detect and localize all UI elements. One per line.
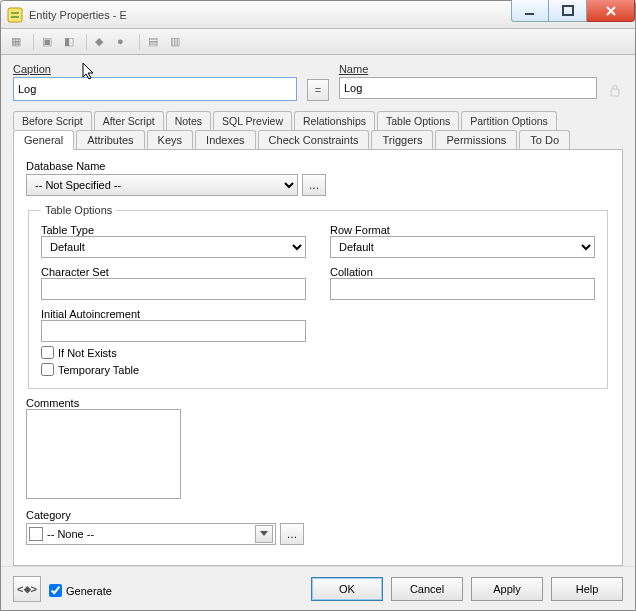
tab-before-script[interactable]: Before Script [13, 111, 92, 130]
content-area: Caption = Name Before ScriptAfter Script… [1, 55, 635, 566]
toolbar-icon[interactable]: ◆ [95, 35, 109, 49]
initial-autoincrement-field: Initial Autoincrement [41, 308, 306, 342]
tab-attributes[interactable]: Attributes [76, 130, 144, 150]
footer: <◆> Generate OK Cancel Apply Help [1, 566, 635, 610]
if-not-exists-label: If Not Exists [58, 347, 117, 359]
generate-label: Generate [66, 585, 112, 597]
tab-notes[interactable]: Notes [166, 111, 211, 130]
table-type-label: Table Type [41, 224, 306, 236]
tab-row-primary: GeneralAttributesKeysIndexesCheck Constr… [13, 130, 623, 150]
tab-partition-options[interactable]: Partition Options [461, 111, 557, 130]
toolbar-icon[interactable]: ▣ [42, 35, 56, 49]
table-options-legend: Table Options [41, 204, 116, 216]
generate-check[interactable]: Generate [49, 584, 112, 597]
cancel-button[interactable]: Cancel [391, 577, 463, 601]
table-options-group: Table Options Table Type Default Row For… [28, 204, 608, 389]
tab-general: Database Name -- Not Specified -- … Tabl… [13, 149, 623, 566]
tab-row-secondary: Before ScriptAfter ScriptNotesSQL Previe… [13, 111, 623, 130]
help-button[interactable]: Help [551, 577, 623, 601]
maximize-button[interactable] [549, 0, 587, 22]
toolbar-icon[interactable]: ▤ [148, 35, 162, 49]
temporary-table-label: Temporary Table [58, 364, 139, 376]
tab-relationships[interactable]: Relationships [294, 111, 375, 130]
name-field: Name [339, 63, 597, 101]
svg-rect-3 [525, 13, 534, 15]
caption-label: Caption [13, 63, 297, 75]
ok-button[interactable]: OK [311, 577, 383, 601]
character-set-input[interactable] [41, 278, 306, 300]
temporary-table-check[interactable]: Temporary Table [41, 363, 595, 376]
equals-button[interactable]: = [307, 79, 329, 101]
svg-rect-5 [611, 89, 619, 96]
if-not-exists-check[interactable]: If Not Exists [41, 346, 595, 359]
comments-label: Comments [26, 397, 610, 409]
character-set-field: Character Set [41, 266, 306, 300]
code-view-button[interactable]: <◆> [13, 576, 41, 602]
row-format-select[interactable]: Default [330, 236, 595, 258]
name-lock-icon [607, 79, 623, 101]
table-type-select[interactable]: Default [41, 236, 306, 258]
svg-rect-1 [11, 12, 19, 14]
tabs: Before ScriptAfter ScriptNotesSQL Previe… [13, 111, 623, 566]
toolbar-icon[interactable]: ▥ [170, 35, 184, 49]
character-set-label: Character Set [41, 266, 306, 278]
tab-table-options[interactable]: Table Options [377, 111, 459, 130]
tab-general[interactable]: General [13, 130, 74, 150]
comments-field: Comments [26, 397, 610, 501]
category-label: Category [26, 509, 610, 521]
svg-rect-4 [563, 6, 573, 15]
initial-autoincrement-input[interactable] [41, 320, 306, 342]
name-label: Name [339, 63, 597, 75]
row-format-field: Row Format Default [330, 224, 595, 258]
entity-properties-window: Entity Properties - E ▦ ▣ ◧ ◆ ● ▤ ▥ Capt… [0, 0, 636, 611]
tab-indexes[interactable]: Indexes [195, 130, 256, 150]
tab-permissions[interactable]: Permissions [435, 130, 517, 150]
tab-triggers[interactable]: Triggers [371, 130, 433, 150]
database-name-label: Database Name [26, 160, 610, 172]
header-row: Caption = Name [13, 63, 623, 101]
table-type-field: Table Type Default [41, 224, 306, 258]
category-value: -- None -- [47, 528, 94, 540]
comments-textarea[interactable] [26, 409, 181, 499]
collation-input[interactable] [330, 278, 595, 300]
category-field: Category -- None -- … [26, 509, 610, 545]
tab-after-script[interactable]: After Script [94, 111, 164, 130]
toolbar-icon[interactable]: ▦ [11, 35, 25, 49]
tab-keys[interactable]: Keys [147, 130, 193, 150]
category-select[interactable]: -- None -- [26, 523, 276, 545]
tab-check-constraints[interactable]: Check Constraints [258, 130, 370, 150]
name-input[interactable] [339, 77, 597, 99]
database-name-select[interactable]: -- Not Specified -- [26, 174, 298, 196]
caption-input[interactable] [13, 77, 297, 101]
minimize-button[interactable] [511, 0, 549, 22]
apply-button[interactable]: Apply [471, 577, 543, 601]
caption-field: Caption [13, 63, 297, 101]
svg-rect-2 [11, 16, 19, 18]
svg-rect-0 [8, 8, 22, 22]
collation-field: Collation [330, 266, 595, 300]
tab-to-do[interactable]: To Do [519, 130, 570, 150]
database-name-field: Database Name -- Not Specified -- … [26, 160, 610, 196]
category-swatch-icon [29, 527, 43, 541]
generate-checkbox[interactable] [49, 584, 62, 597]
titlebar: Entity Properties - E [1, 1, 635, 29]
database-name-browse-button[interactable]: … [302, 174, 326, 196]
if-not-exists-checkbox[interactable] [41, 346, 54, 359]
temporary-table-checkbox[interactable] [41, 363, 54, 376]
row-format-label: Row Format [330, 224, 595, 236]
tab-sql-preview[interactable]: SQL Preview [213, 111, 292, 130]
window-controls [511, 1, 635, 28]
toolbar-icon[interactable]: ◧ [64, 35, 78, 49]
category-browse-button[interactable]: … [280, 523, 304, 545]
collation-label: Collation [330, 266, 595, 278]
initial-autoincrement-label: Initial Autoincrement [41, 308, 306, 320]
close-button[interactable] [587, 0, 635, 22]
app-icon [7, 7, 23, 23]
chevron-down-icon [255, 525, 273, 543]
toolbar: ▦ ▣ ◧ ◆ ● ▤ ▥ [1, 29, 635, 55]
toolbar-icon[interactable]: ● [117, 35, 131, 49]
window-title: Entity Properties - E [29, 9, 127, 21]
